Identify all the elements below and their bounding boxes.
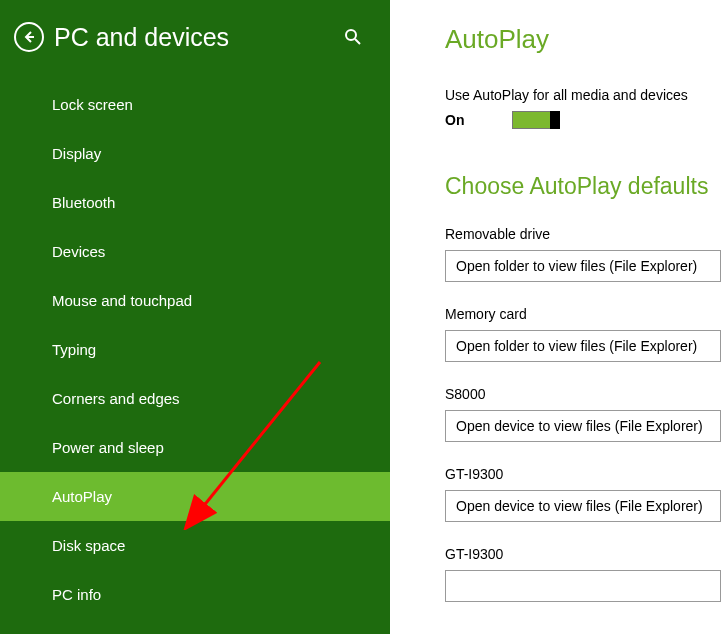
sidebar-item-label: AutoPlay bbox=[52, 488, 112, 505]
page-title: AutoPlay bbox=[445, 24, 721, 55]
sidebar-item-label: Display bbox=[52, 145, 101, 162]
select-gt-i9300-1[interactable]: Open device to view files (File Explorer… bbox=[445, 490, 721, 522]
sidebar-item-bluetooth[interactable]: Bluetooth bbox=[0, 178, 390, 227]
sidebar-item-label: Power and sleep bbox=[52, 439, 164, 456]
sidebar-item-label: Bluetooth bbox=[52, 194, 115, 211]
toggle-row: On bbox=[445, 111, 721, 129]
back-button[interactable] bbox=[14, 22, 44, 52]
search-icon bbox=[344, 28, 362, 46]
setting-memory-card: Memory card Open folder to view files (F… bbox=[445, 306, 721, 362]
sidebar-item-pc-info[interactable]: PC info bbox=[0, 570, 390, 619]
setting-label: Memory card bbox=[445, 306, 721, 322]
toggle-knob bbox=[550, 111, 560, 129]
sidebar-item-label: PC info bbox=[52, 586, 101, 603]
select-value: Open folder to view files (File Explorer… bbox=[456, 258, 697, 274]
autoplay-toggle[interactable] bbox=[512, 111, 560, 129]
section-title: Choose AutoPlay defaults bbox=[445, 173, 721, 200]
sidebar: PC and devices Lock screen Display Bluet… bbox=[0, 0, 390, 634]
svg-point-1 bbox=[346, 30, 356, 40]
sidebar-item-label: Corners and edges bbox=[52, 390, 180, 407]
setting-label: GT-I9300 bbox=[445, 546, 721, 562]
sidebar-item-mouse-touchpad[interactable]: Mouse and touchpad bbox=[0, 276, 390, 325]
sidebar-item-lock-screen[interactable]: Lock screen bbox=[0, 80, 390, 129]
sidebar-item-autoplay[interactable]: AutoPlay bbox=[0, 472, 390, 521]
sidebar-item-label: Devices bbox=[52, 243, 105, 260]
sidebar-item-label: Lock screen bbox=[52, 96, 133, 113]
sidebar-item-corners-edges[interactable]: Corners and edges bbox=[0, 374, 390, 423]
select-value: Open device to view files (File Explorer… bbox=[456, 418, 703, 434]
select-removable-drive[interactable]: Open folder to view files (File Explorer… bbox=[445, 250, 721, 282]
select-s8000[interactable]: Open device to view files (File Explorer… bbox=[445, 410, 721, 442]
select-value: Open device to view files (File Explorer… bbox=[456, 498, 703, 514]
select-gt-i9300-2[interactable] bbox=[445, 570, 721, 602]
sidebar-header: PC and devices bbox=[0, 0, 390, 80]
select-value: Open folder to view files (File Explorer… bbox=[456, 338, 697, 354]
toggle-label: Use AutoPlay for all media and devices bbox=[445, 87, 721, 103]
sidebar-item-disk-space[interactable]: Disk space bbox=[0, 521, 390, 570]
setting-label: GT-I9300 bbox=[445, 466, 721, 482]
sidebar-item-power-sleep[interactable]: Power and sleep bbox=[0, 423, 390, 472]
sidebar-title: PC and devices bbox=[54, 23, 229, 52]
setting-gt-i9300-1: GT-I9300 Open device to view files (File… bbox=[445, 466, 721, 522]
sidebar-nav: Lock screen Display Bluetooth Devices Mo… bbox=[0, 80, 390, 634]
setting-label: Removable drive bbox=[445, 226, 721, 242]
main-content: AutoPlay Use AutoPlay for all media and … bbox=[390, 0, 721, 634]
sidebar-item-display[interactable]: Display bbox=[0, 129, 390, 178]
sidebar-item-typing[interactable]: Typing bbox=[0, 325, 390, 374]
setting-s8000: S8000 Open device to view files (File Ex… bbox=[445, 386, 721, 442]
sidebar-item-label: Disk space bbox=[52, 537, 125, 554]
toggle-state: On bbox=[445, 112, 464, 128]
sidebar-item-label: Typing bbox=[52, 341, 96, 358]
setting-removable-drive: Removable drive Open folder to view file… bbox=[445, 226, 721, 282]
sidebar-item-devices[interactable]: Devices bbox=[0, 227, 390, 276]
setting-label: S8000 bbox=[445, 386, 721, 402]
select-memory-card[interactable]: Open folder to view files (File Explorer… bbox=[445, 330, 721, 362]
sidebar-item-label: Mouse and touchpad bbox=[52, 292, 192, 309]
svg-line-2 bbox=[355, 39, 360, 44]
search-button[interactable] bbox=[344, 28, 362, 50]
setting-gt-i9300-2: GT-I9300 bbox=[445, 546, 721, 602]
arrow-left-icon bbox=[22, 30, 36, 44]
